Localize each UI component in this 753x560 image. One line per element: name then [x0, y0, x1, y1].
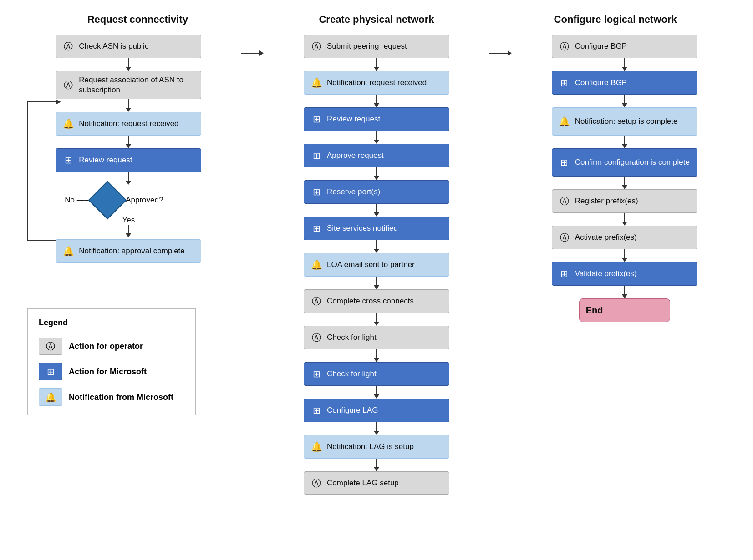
col-header-1: Request connectivity — [18, 14, 257, 25]
connector-line-1 — [241, 53, 259, 54]
arrow-1 — [126, 58, 131, 71]
legend: Legend Ⓐ Action for operator ⊞ Action fo… — [27, 308, 196, 415]
node-review-request-1: ⊞ Review request — [56, 148, 201, 172]
column-physical-network: Ⓐ Submit peering request 🔔 Notification:… — [266, 35, 487, 495]
node-approval-complete: 🔔 Notification: approval complete — [56, 239, 201, 263]
node-review-request-1-text: Review request — [79, 155, 194, 165]
legend-operator-icon: Ⓐ — [39, 338, 62, 355]
arrow-l3 — [622, 136, 627, 148]
node-activate-prefix-text: Activate prefix(es) — [575, 232, 691, 242]
node-reserve-ports-text: Reserve port(s) — [327, 187, 443, 197]
node-approve-request: ⊞ Approve request — [304, 144, 449, 167]
node-notif-request-received-2: 🔔 Notification: request received — [304, 71, 449, 95]
column-request-connectivity: Ⓐ Check ASN is public Ⓐ Request associat… — [18, 35, 239, 415]
arrow-p8 — [374, 313, 379, 326]
person-icon-2: Ⓐ — [62, 79, 74, 91]
node-submit-peering: Ⓐ Submit peering request — [304, 35, 449, 58]
node-notification-received-1: 🔔 Notification: request received — [56, 112, 201, 136]
node-complete-lag-setup: Ⓐ Complete LAG setup — [304, 471, 449, 495]
node-notif-setup-complete: 🔔 Notification: setup is complete — [552, 107, 697, 136]
arrow-p6 — [374, 240, 379, 253]
person-icon-7: Ⓐ — [559, 40, 570, 53]
node-request-association-text: Request association of ASN to subscripti… — [79, 75, 194, 95]
legend-microsoft-icon: ⊞ — [39, 363, 62, 380]
legend-operator-label: Action for operator — [69, 342, 143, 351]
legend-microsoft-label: Action for Microsoft — [69, 367, 147, 377]
node-validate-prefix-text: Validate prefix(es) — [575, 269, 691, 279]
node-approval-complete-text: Notification: approval complete — [79, 246, 194, 256]
node-configure-bgp-microsoft: ⊞ Configure BGP — [552, 71, 697, 95]
legend-item-operator: Ⓐ Action for operator — [39, 338, 184, 355]
person-icon-3: Ⓐ — [310, 40, 322, 53]
connector-arrow-1 — [241, 50, 264, 56]
node-submit-peering-text: Submit peering request — [327, 41, 443, 51]
bell-icon-6: 🔔 — [559, 116, 570, 127]
columns-header: Request connectivity Create physical net… — [18, 14, 735, 25]
windows-icon-1: ⊞ — [62, 155, 74, 166]
node-end: End — [579, 298, 670, 322]
node-loa-email: 🔔 LOA email sent to partner — [304, 253, 449, 277]
legend-bell-icon: 🔔 — [45, 392, 56, 403]
arrow-p5 — [374, 204, 379, 217]
node-configure-bgp-operator: Ⓐ Configure BGP — [552, 35, 697, 58]
column-logical-network: Ⓐ Configure BGP ⊞ Configure BGP 🔔 Notifi… — [514, 35, 735, 322]
node-reserve-ports: ⊞ Reserve port(s) — [304, 180, 449, 204]
person-icon-5: Ⓐ — [310, 332, 322, 344]
arrow-p10 — [374, 386, 379, 399]
connector-line-2 — [489, 53, 508, 54]
arrow-p12 — [374, 459, 379, 471]
arrow-p2 — [374, 95, 379, 107]
node-check-light-microsoft: ⊞ Check for light — [304, 362, 449, 386]
person-icon-9: Ⓐ — [559, 232, 570, 244]
node-notif-lag-setup-text: Notification: LAG is setup — [327, 442, 443, 452]
bell-icon-2: 🔔 — [62, 246, 74, 257]
node-check-asn-text: Check ASN is public — [79, 41, 194, 51]
node-notif-request-received-2-text: Notification: request received — [327, 78, 443, 88]
node-configure-lag-text: Configure LAG — [327, 405, 443, 415]
windows-icon-5: ⊞ — [310, 223, 322, 234]
arrow-l4 — [622, 177, 627, 189]
legend-person-icon: Ⓐ — [46, 340, 55, 353]
arrow-l1 — [622, 58, 627, 71]
node-confirm-config-text: Confirm configuration is complete — [575, 157, 691, 167]
legend-title: Legend — [39, 318, 184, 328]
node-check-light-microsoft-text: Check for light — [327, 369, 443, 379]
node-site-services-notified: ⊞ Site services notified — [304, 217, 449, 240]
node-approve-request-text: Approve request — [327, 151, 443, 161]
connector-1-2 — [239, 35, 266, 56]
node-configure-bgp-microsoft-text: Configure BGP — [575, 78, 691, 88]
arrow-2 — [126, 99, 131, 112]
approved-label: Approved? — [126, 196, 163, 205]
windows-icon-8: ⊞ — [559, 77, 570, 88]
col-header-2: Create physical network — [257, 14, 496, 25]
person-icon-8: Ⓐ — [559, 195, 570, 207]
bell-icon-1: 🔔 — [62, 118, 74, 129]
node-loa-email-text: LOA email sent to partner — [327, 260, 443, 270]
arrow-l6 — [622, 249, 627, 262]
col-header-3: Configure logical network — [496, 14, 735, 25]
diagram-container: Request connectivity Create physical net… — [18, 14, 735, 495]
arrow-yes — [126, 225, 131, 237]
windows-icon-7: ⊞ — [310, 405, 322, 416]
windows-icon-6: ⊞ — [310, 368, 322, 379]
connector-2-3 — [487, 35, 514, 56]
node-activate-prefix: Ⓐ Activate prefix(es) — [552, 226, 697, 249]
node-complete-lag-setup-text: Complete LAG setup — [327, 478, 443, 488]
diamond-shape — [88, 181, 127, 220]
legend-notification-icon: 🔔 — [39, 388, 62, 406]
windows-icon-10: ⊞ — [559, 268, 570, 279]
person-icon-4: Ⓐ — [310, 295, 322, 308]
arrow-p9 — [374, 349, 379, 362]
arrow-l5 — [622, 213, 627, 226]
arrow-p11 — [374, 422, 379, 435]
node-check-asn: Ⓐ Check ASN is public — [56, 35, 201, 58]
arrow-p3 — [374, 131, 379, 144]
yes-label: Yes — [122, 216, 135, 225]
svg-marker-3 — [56, 99, 61, 105]
node-review-request-2-text: Review request — [327, 114, 443, 124]
person-icon-1: Ⓐ — [62, 40, 74, 53]
node-request-association: Ⓐ Request association of ASN to subscrip… — [56, 71, 201, 99]
bell-icon-4: 🔔 — [310, 259, 322, 270]
node-complete-cross-connects: Ⓐ Complete cross connects — [304, 289, 449, 313]
windows-icon-9: ⊞ — [559, 157, 570, 168]
